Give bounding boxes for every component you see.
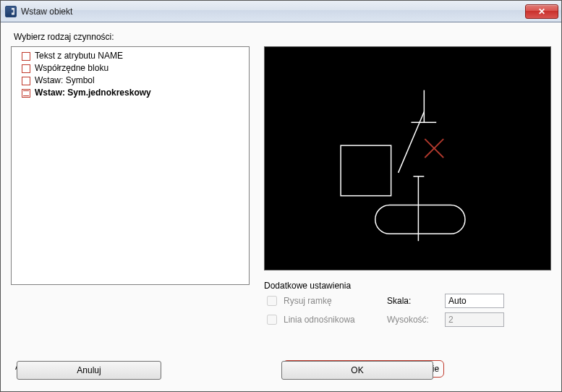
prompt-label: Wybierz rodzaj czynności: bbox=[14, 32, 551, 42]
tree-item-label: Wstaw: Sym.jednokreskowy bbox=[35, 87, 151, 99]
client-area: Wybierz rodzaj czynności: Tekst z atrybu… bbox=[1, 22, 561, 391]
cancel-button[interactable]: Anuluj bbox=[17, 361, 161, 380]
svg-rect-4 bbox=[341, 145, 391, 196]
symbol-preview bbox=[264, 46, 551, 270]
leader-line-checkbox[interactable]: Linia odnośnikowa bbox=[264, 312, 387, 327]
doc-icon bbox=[22, 89, 30, 98]
tree-item-label: Wstaw: Symbol bbox=[35, 74, 95, 87]
tree-item-label: Współrzędne bloku bbox=[35, 62, 108, 74]
doc-icon bbox=[22, 64, 30, 73]
tree-item[interactable]: Wstaw: Symbol bbox=[22, 74, 247, 87]
tree-item-selected[interactable]: Wstaw: Sym.jednokreskowy bbox=[22, 87, 247, 99]
svg-line-2 bbox=[399, 111, 425, 172]
svg-rect-6 bbox=[375, 205, 465, 234]
tree-item[interactable]: Współrzędne bloku bbox=[22, 62, 247, 74]
draw-frame-label: Rysuj ramkę bbox=[284, 296, 332, 306]
leader-line-input[interactable] bbox=[267, 315, 277, 325]
close-icon: ✕ bbox=[538, 7, 545, 17]
tree-item-label: Tekst z atrybutu NAME bbox=[35, 50, 123, 62]
draw-frame-input[interactable] bbox=[267, 296, 277, 306]
app-icon bbox=[5, 6, 17, 17]
settings-group-title: Dodatkowe ustawienia bbox=[264, 281, 551, 291]
draw-frame-checkbox[interactable]: Rysuj ramkę bbox=[264, 294, 387, 308]
doc-icon bbox=[22, 77, 30, 85]
preview-svg bbox=[265, 47, 550, 270]
close-button[interactable]: ✕ bbox=[525, 4, 558, 19]
scale-input[interactable] bbox=[445, 294, 504, 308]
dialog-window: Wstaw obiekt ✕ Wybierz rodzaj czynności:… bbox=[0, 0, 562, 392]
tree-item[interactable]: Tekst z atrybutu NAME bbox=[22, 50, 247, 62]
ok-button[interactable]: OK bbox=[281, 361, 433, 380]
leader-line-label: Linia odnośnikowa bbox=[284, 315, 355, 325]
activity-tree[interactable]: Tekst z atrybutu NAME Współrzędne bloku … bbox=[11, 46, 250, 285]
doc-icon bbox=[22, 52, 30, 61]
titlebar[interactable]: Wstaw obiekt ✕ bbox=[1, 1, 561, 22]
window-title: Wstaw obiekt bbox=[21, 7, 525, 17]
height-label: Wysokość: bbox=[387, 315, 445, 325]
scale-label: Skala: bbox=[387, 296, 445, 306]
height-input bbox=[445, 312, 504, 327]
